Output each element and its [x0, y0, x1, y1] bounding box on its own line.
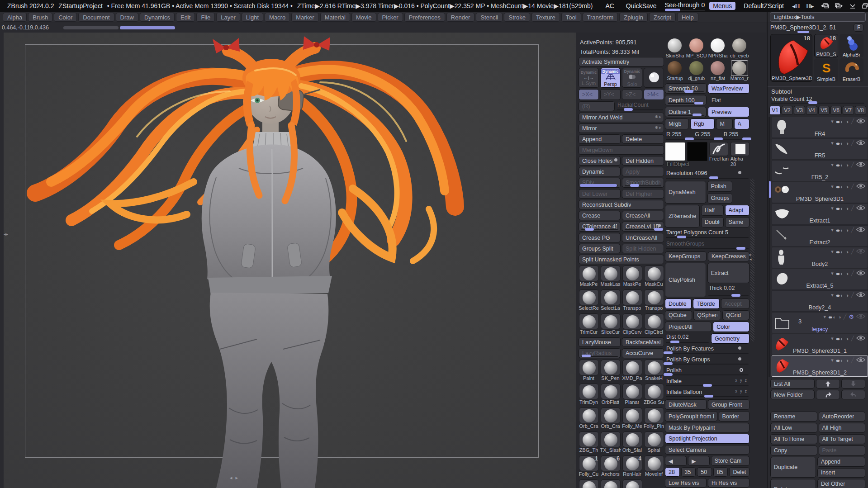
- menu-draw[interactable]: Draw: [116, 13, 138, 22]
- see-through-slider[interactable]: See-through 0: [665, 1, 705, 10]
- sculpt-brush-icon[interactable]: ╱: [851, 140, 854, 146]
- nz-flat-material-thumb[interactable]: nz_flat: [708, 61, 728, 81]
- polypaint-icon[interactable]: ◐: [840, 206, 844, 211]
- move-into-folder-icon[interactable]: [841, 390, 865, 399]
- menu-picker[interactable]: Picker: [378, 13, 403, 22]
- polypaint-colorize-icon[interactable]: ●●: [836, 162, 838, 168]
- dj-grub-material-thumb[interactable]: dj_grub: [687, 61, 707, 81]
- depth-100-button[interactable]: Depth 100: [665, 95, 707, 105]
- move-down-icon[interactable]: ▾: [831, 336, 834, 341]
- g-255-slider[interactable]: G 255: [693, 131, 721, 141]
- difference-icon[interactable]: ◑: [846, 141, 849, 146]
- rename-button[interactable]: Rename: [770, 412, 817, 422]
- visible-count-slider[interactable]: Visible Count 12: [768, 95, 868, 104]
- ctolerance-45-button[interactable]: CTolerance 45: [579, 222, 621, 232]
- difference-icon[interactable]: ◑: [846, 162, 849, 168]
- see-through-pill[interactable]: [665, 9, 680, 11]
- visibility-eye-icon[interactable]: [856, 270, 865, 277]
- groups-split-button[interactable]: Groups Split: [579, 244, 621, 253]
- nprsha-material-thumb[interactable]: NPRSha: [708, 38, 728, 58]
- polypaint-icon[interactable]: ◐: [840, 336, 844, 341]
- dynamesh-button[interactable]: DynaMesh: [665, 181, 706, 204]
- solo-button[interactable]: DynamicSolo: [622, 68, 642, 88]
- half-button[interactable]: Half: [701, 205, 724, 216]
- visibility-eye-icon[interactable]: [856, 161, 865, 168]
- orb-cra-brush-thumb[interactable]: Orb_Cra: [579, 407, 599, 429]
- color-button[interactable]: Color: [713, 322, 749, 332]
- stroke-freehand-thumb[interactable]: FreeHan: [709, 142, 729, 168]
- sculpt-brush-icon[interactable]: ╱: [844, 314, 847, 320]
- zremesher-button[interactable]: ZRemesher: [665, 205, 700, 227]
- skinsha-material-thumb[interactable]: SkinSha: [665, 38, 685, 58]
- hi-res-vis-button[interactable]: Hi Res vis: [708, 478, 749, 488]
- crease-button[interactable]: Crease: [579, 211, 621, 220]
- split-unmasked-points-button[interactable]: Split Unmasked Points: [579, 255, 664, 264]
- qsphere-button[interactable]: QSphere: [693, 310, 721, 320]
- difference-icon[interactable]: ◑: [846, 206, 849, 211]
- waxpreview-button[interactable]: WaxPreview: [708, 83, 749, 94]
- trimdyn-brush-thumb[interactable]: TrimDyn: [579, 384, 599, 405]
- curvetr-brush-thumb[interactable]: CurveTr: [579, 479, 599, 488]
- extract-button[interactable]: Extract: [707, 263, 749, 283]
- subtool-item-body2-4[interactable]: ▾●●◐◑╱Body2_4: [772, 290, 868, 312]
- apply-button[interactable]: Apply: [622, 167, 664, 176]
- low-res-vis-button[interactable]: Low Res vis: [665, 478, 707, 488]
- sculpt-brush-icon[interactable]: ╱: [851, 205, 854, 211]
- subtool-item-pm3d-sphere3d1-1[interactable]: ▾●●◐◑╱PM3D_Sphere3D1_1: [772, 334, 868, 355]
- subtool-item-extract2[interactable]: ▾●●◐◑╱Extract2: [772, 225, 868, 246]
- difference-icon[interactable]: ◑: [846, 336, 849, 341]
- menu-dynamics[interactable]: Dynamics: [140, 13, 175, 22]
- polypaint-colorize-icon[interactable]: ●●: [836, 358, 838, 363]
- alpha-thumb[interactable]: Alpha 28: [730, 142, 749, 168]
- dock-right-icon[interactable]: [835, 3, 843, 9]
- slicecur-brush-thumb[interactable]: SliceCur: [600, 313, 621, 335]
- menu-material[interactable]: Material: [320, 13, 350, 22]
- subtool-item-fr5-2[interactable]: ▾●●◐◑╱FR5_2: [772, 160, 868, 181]
- secondary-color-swatch[interactable]: [687, 142, 707, 161]
- maskcu-brush-thumb[interactable]: MaskCu: [644, 265, 664, 287]
- creaselvl-15-button[interactable]: CreaseLvl 15: [622, 222, 664, 232]
- maskpe-brush-thumb[interactable]: MaskPe: [579, 265, 599, 287]
- activate-symmetry-button[interactable]: Activate Symmetry: [579, 57, 664, 66]
- close-holes-button[interactable]: Close Holes: [579, 156, 621, 166]
- folly-cu-brush-thumb[interactable]: 1Folly_Cu: [579, 455, 599, 477]
- collapse-right-tray-icon[interactable]: ‖‖▸: [806, 3, 814, 9]
- polypaint-colorize-icon[interactable]: ●●: [836, 141, 838, 146]
- subtool-scrollbar[interactable]: [768, 117, 770, 377]
- move-out-folder-icon[interactable]: [816, 390, 840, 399]
- hpolish-brush-thumb[interactable]: hPolish: [622, 479, 642, 488]
- dilutemask-button[interactable]: DiluteMask: [665, 399, 707, 410]
- current-tool-row[interactable]: PM3D_Sphere3D1_2. 51 R: [768, 23, 868, 33]
- polypaint-colorize-icon[interactable]: ●●: [836, 271, 838, 276]
- default-zscript-button[interactable]: DefaultZScript: [740, 2, 787, 10]
- clipcurv-brush-thumb[interactable]: ClipCurv: [622, 313, 642, 335]
- tx-slash-brush-thumb[interactable]: TX_Slash: [600, 431, 621, 453]
- mp-scu-material-thumb[interactable]: MP_SCU: [687, 38, 707, 58]
- polypaint-icon[interactable]: ◐: [840, 141, 844, 146]
- difference-icon[interactable]: ◑: [846, 249, 849, 255]
- fillobject-button[interactable]: FillObject: [667, 161, 689, 167]
- polygroupit-from-paint-button[interactable]: PolyGroupIt from Paint: [665, 411, 717, 422]
- polypaint-colorize-icon[interactable]: ●●: [836, 206, 838, 211]
- thick-0-02-slider[interactable]: Thick 0.02: [707, 284, 749, 297]
- spiral-brush-thumb[interactable]: Spiral: [644, 431, 664, 453]
- zbgs-su-brush-thumb[interactable]: ZBGs Su: [644, 384, 664, 405]
- sculpt-brush-icon[interactable]: ╱: [851, 270, 854, 276]
- accept-button[interactable]: Accept: [721, 298, 750, 309]
- projectall-button[interactable]: ProjectAll: [665, 322, 711, 332]
- subtool-item-extract1[interactable]: ▾●●◐◑╱Extract1: [772, 204, 868, 225]
- move-down-icon[interactable]: ▾: [824, 314, 826, 320]
- border-button[interactable]: Border: [719, 411, 749, 422]
- polypaint-icon[interactable]: ◐: [840, 271, 844, 276]
- quicksave-button[interactable]: QuickSave: [622, 2, 660, 10]
- move-down-icon[interactable]: ▾: [831, 140, 834, 146]
- polypaint-icon[interactable]: ◐: [840, 358, 844, 363]
- menu-transform[interactable]: Transform: [583, 13, 618, 22]
- delete-button[interactable]: Delete: [622, 134, 664, 144]
- subtool-tab-v2[interactable]: V2: [782, 106, 793, 115]
- difference-icon[interactable]: ◑: [846, 293, 849, 298]
- a-button[interactable]: A: [734, 118, 749, 129]
- difference-icon[interactable]: ◑: [846, 184, 849, 190]
- ac-button[interactable]: AC: [602, 2, 617, 10]
- folly-pin-brush-thumb[interactable]: Folly_Pin: [644, 407, 664, 429]
